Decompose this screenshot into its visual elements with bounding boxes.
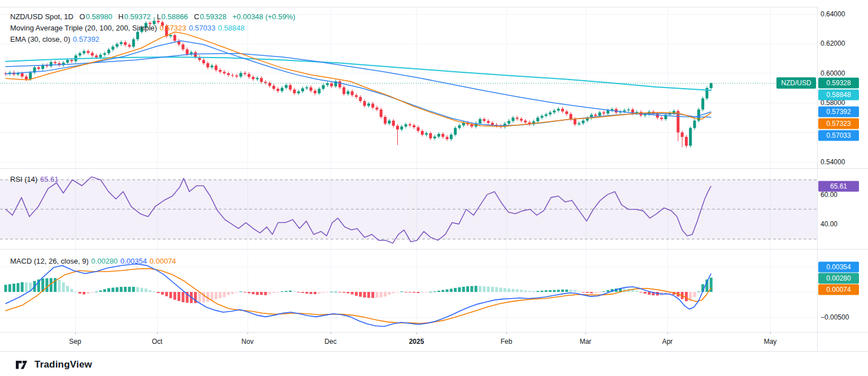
tradingview-logo-icon — [16, 361, 31, 369]
change-value: +0.00348 (+0.59%) — [232, 12, 295, 21]
rsi-value: 65.61 — [40, 175, 59, 183]
high-value: 0.59372 — [124, 12, 151, 21]
macd-signal-value: 0.00074 — [150, 257, 176, 265]
macd-badge: 0.00280 — [818, 273, 859, 284]
macd-histogram — [5, 278, 713, 303]
open-label: O — [80, 12, 85, 21]
open-value: 0.58980 — [86, 12, 112, 21]
symbol-title: NZD/USD Spot, 1D — [10, 12, 73, 21]
macd-hist-value: 0.00280 — [91, 257, 118, 265]
ma200-value: 0.58848 — [218, 24, 245, 32]
low-label: L — [157, 12, 160, 21]
time-axis-label: May — [764, 338, 777, 346]
main-legend[interactable]: NZD/USD Spot, 1D O0.58980 H0.59372 L0.58… — [10, 11, 296, 45]
price-axis-label: 0.60000 — [821, 69, 845, 77]
price-axis-label: 0.54000 — [821, 158, 845, 166]
symbol-legend-row[interactable]: NZD/USD Spot, 1D O0.58980 H0.59372 L0.58… — [10, 11, 296, 23]
rsi-legend-row[interactable]: RSI (14) 65.61 — [10, 174, 59, 185]
macd-legend-row[interactable]: MACD (12, 26, close, 9) 0.00280 0.00354 … — [10, 256, 176, 267]
ema-title: EMA (30, close, 0) — [10, 35, 70, 43]
price-badge: 0.57323 — [818, 119, 859, 129]
tradingview-watermark[interactable]: TradingView — [16, 359, 92, 370]
time-axis-label: Dec — [324, 338, 336, 346]
close-label: C — [194, 12, 199, 21]
time-axis-label: Feb — [501, 338, 513, 346]
time-axis-label: Oct — [152, 338, 163, 346]
price-badge: 0.57033 — [818, 130, 859, 141]
ma-title: Moving Average Triple (20, 100, 200, Sim… — [10, 24, 157, 32]
symbol-price-badge: NZD/USD — [776, 77, 816, 89]
low-value: 0.58866 — [162, 12, 188, 21]
price-badge: 0.57392 — [818, 107, 859, 117]
tradingview-watermark-label: TradingView — [34, 359, 92, 370]
macd-axis-label: −0.00500 — [821, 313, 849, 321]
sma-200-line — [6, 57, 711, 90]
rsi-axis-label: 40.00 — [821, 220, 837, 228]
ema-value: 0.57392 — [73, 35, 99, 43]
chart-canvas[interactable] — [0, 0, 868, 376]
rsi-title: RSI (14) — [10, 175, 37, 183]
macd-badge: 0.00074 — [818, 285, 859, 295]
time-axis-label: Nov — [241, 338, 253, 346]
ma20-value: 0.57323 — [160, 24, 186, 32]
high-label: H — [118, 12, 123, 21]
rsi-badge: 65.61 — [818, 181, 859, 191]
time-axis-label: 2025 — [409, 338, 424, 346]
price-badge: 0.59328 — [818, 78, 859, 89]
macd-badge: 0.00354 — [818, 262, 859, 273]
ma-legend-row[interactable]: Moving Average Triple (20, 100, 200, Sim… — [10, 23, 296, 34]
macd-title: MACD (12, 26, close, 9) — [10, 257, 89, 265]
ema-legend-row[interactable]: EMA (30, close, 0) 0.57392 — [10, 34, 296, 45]
macd-signal-line — [6, 269, 711, 323]
rsi-axis-label: 60.00 — [821, 191, 837, 199]
time-axis-label: Apr — [662, 338, 673, 346]
time-axis-label: Sep — [69, 338, 81, 346]
sma-100-line — [6, 53, 711, 117]
ma100-value: 0.57033 — [189, 24, 215, 32]
close-value: 0.59328 — [200, 12, 227, 21]
price-axis-label: 0.64000 — [821, 10, 845, 18]
price-badge: 0.58848 — [818, 90, 859, 100]
time-axis-label: Mar — [580, 338, 592, 346]
price-axis-label: 0.62000 — [821, 40, 845, 47]
sma-20-line — [6, 32, 711, 126]
macd-line-value: 0.00354 — [120, 257, 147, 265]
